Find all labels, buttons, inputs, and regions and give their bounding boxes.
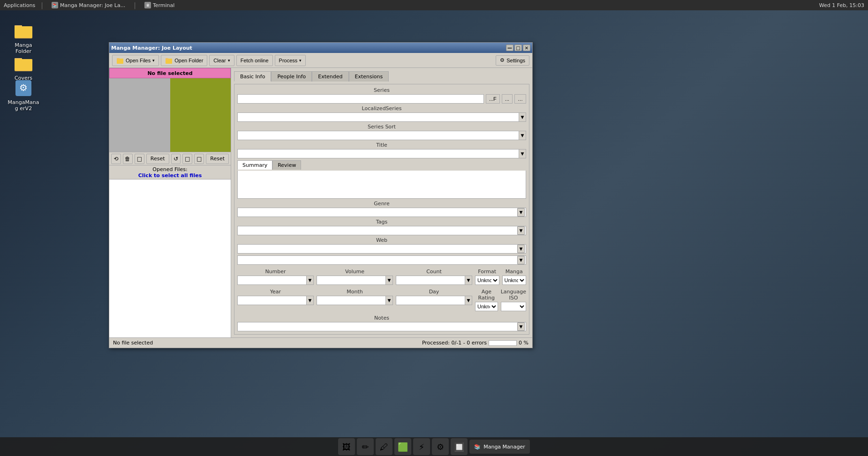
day-arrow[interactable]: ▼: [465, 296, 472, 305]
tab-review[interactable]: Review: [272, 160, 301, 170]
month-input[interactable]: [317, 296, 385, 305]
genre-dropdown-arrow[interactable]: ▼: [517, 208, 525, 217]
preview-expand[interactable]: □: [135, 154, 144, 164]
web-dropdown-arrow[interactable]: ▼: [517, 245, 525, 253]
preview-rotate-left[interactable]: ⟲: [111, 154, 121, 164]
title-label: Title: [237, 142, 526, 148]
series-button-3[interactable]: …: [514, 94, 526, 104]
manga-manager-label: MangaManag erV2: [8, 99, 39, 112]
genre-field[interactable]: ▼: [237, 208, 526, 217]
taskbar-btn-3[interactable]: 🖊: [376, 438, 392, 455]
tab-extended[interactable]: Extended: [312, 71, 348, 82]
process-button[interactable]: Process ▾: [275, 55, 306, 66]
language-iso-select[interactable]: [501, 302, 526, 311]
open-files-label: Open Files: [126, 58, 151, 63]
year-input[interactable]: [237, 296, 306, 305]
series-button-1[interactable]: ...F: [486, 94, 500, 104]
summary-textarea[interactable]: [237, 171, 526, 199]
taskbar-btn-6[interactable]: ⚙: [432, 438, 449, 455]
file-list[interactable]: [109, 179, 231, 337]
open-folder-label: Open Folder: [174, 58, 203, 63]
tab-extensions[interactable]: Extensions: [349, 71, 389, 82]
desktop-icon-manga-manager[interactable]: ⚙ MangaManag erV2: [5, 76, 42, 114]
volume-label: Volume: [317, 269, 393, 275]
settings-icon: ⚙: [500, 57, 505, 63]
series-field-row: Series ...F ... …: [237, 87, 526, 104]
summary-tab-bar: Summary Review: [237, 160, 526, 170]
preview-delete[interactable]: 🗑: [123, 154, 133, 164]
series-button-2[interactable]: ...: [502, 94, 513, 104]
tags-dropdown-arrow[interactable]: ▼: [517, 226, 525, 235]
tags-field[interactable]: ▼: [237, 226, 526, 235]
taskbar-manga-manager[interactable]: 📚 Manga Manager: Joe La...: [49, 1, 128, 9]
localized-series-row: LocalizedSeries ▼: [237, 105, 526, 122]
localized-series-input-wrap: ▼: [237, 112, 526, 122]
count-input-wrap: ▼: [396, 276, 472, 285]
language-iso-group: Language ISO: [501, 289, 526, 311]
open-files-button[interactable]: Open Files ▾: [112, 55, 159, 66]
number-arrow[interactable]: ▼: [306, 276, 314, 285]
volume-arrow[interactable]: ▼: [385, 276, 393, 285]
taskbar-btn-1[interactable]: 🖼: [338, 438, 355, 455]
preview-paste[interactable]: □: [194, 154, 204, 164]
close-button[interactable]: ✕: [523, 45, 530, 51]
cover-right: [170, 68, 231, 152]
taskbar-btn-7[interactable]: 🔲: [451, 438, 468, 455]
taskbar-terminal[interactable]: 🖥 Terminal: [142, 1, 178, 9]
format-select[interactable]: Unknown: [475, 276, 499, 285]
notes-field[interactable]: ▼: [237, 322, 526, 331]
preview-reset-left[interactable]: Reset: [146, 154, 169, 164]
title-arrow[interactable]: ▼: [519, 149, 526, 158]
manga-manager-taskbar-icon: 📚: [52, 2, 58, 8]
settings-button[interactable]: ⚙ Settings: [496, 55, 529, 66]
maximize-button[interactable]: □: [514, 45, 522, 51]
tab-people-info[interactable]: People Info: [271, 71, 312, 82]
series-sort-arrow[interactable]: ▼: [519, 131, 526, 140]
window-title: Manga Manager: Joe Layout: [111, 45, 192, 51]
day-input[interactable]: [396, 296, 465, 305]
taskbar-btn-2[interactable]: ✏: [357, 438, 374, 455]
series-input[interactable]: [237, 94, 484, 104]
age-rating-select[interactable]: Unknown: [475, 302, 498, 311]
year-label: Year: [237, 289, 314, 295]
volume-input[interactable]: [317, 276, 385, 285]
web-dropdown-arrow-2[interactable]: ▼: [517, 256, 525, 264]
click-to-select[interactable]: Click to select all files: [138, 172, 202, 179]
open-folder-button[interactable]: Open Folder: [161, 55, 207, 66]
taskbar-btn-4[interactable]: 🟩: [394, 438, 411, 455]
settings-label: Settings: [506, 58, 525, 63]
number-input[interactable]: [237, 276, 306, 285]
applications-menu[interactable]: Applications: [4, 2, 35, 8]
manga-manager-icon: ⚙: [14, 79, 33, 97]
status-left: No file selected: [113, 340, 153, 346]
minimize-button[interactable]: —: [506, 45, 513, 51]
count-input[interactable]: [396, 276, 465, 285]
title-input[interactable]: [237, 149, 519, 158]
tab-basic-info[interactable]: Basic Info: [234, 71, 271, 82]
volume-group: Volume ▼: [317, 269, 393, 285]
month-arrow[interactable]: ▼: [385, 296, 393, 305]
taskbar-running-icon: 📚: [474, 444, 481, 450]
web-field[interactable]: ▼: [237, 244, 526, 254]
localized-series-arrow[interactable]: ▼: [519, 112, 526, 122]
notes-dropdown-arrow[interactable]: ▼: [517, 322, 525, 331]
tab-summary[interactable]: Summary: [237, 160, 272, 170]
taskbar-btn-5[interactable]: ⚡: [413, 438, 430, 455]
right-panel: Basic Info People Info Extended Extensio…: [231, 68, 532, 337]
preview-copy[interactable]: □: [182, 154, 192, 164]
preview-rotate-right[interactable]: ↺: [171, 154, 181, 164]
preview-reset-right[interactable]: Reset: [206, 154, 229, 164]
fetch-online-button[interactable]: Fetch online: [236, 55, 273, 66]
series-sort-input-wrap: ▼: [237, 131, 526, 140]
series-sort-label: Series Sort: [237, 124, 526, 130]
clear-button[interactable]: Clear ▾: [209, 55, 234, 66]
localized-series-input[interactable]: [237, 112, 519, 122]
year-arrow[interactable]: ▼: [306, 296, 314, 305]
localized-series-label: LocalizedSeries: [237, 105, 526, 112]
count-arrow[interactable]: ▼: [465, 276, 472, 285]
manga-select[interactable]: Unknown: [502, 276, 527, 285]
web-field-2[interactable]: ▼: [237, 255, 526, 265]
series-sort-input[interactable]: [237, 131, 519, 140]
terminal-taskbar-icon: 🖥: [144, 2, 151, 8]
taskbar-running-app[interactable]: 📚 Manga Manager: [469, 440, 530, 454]
